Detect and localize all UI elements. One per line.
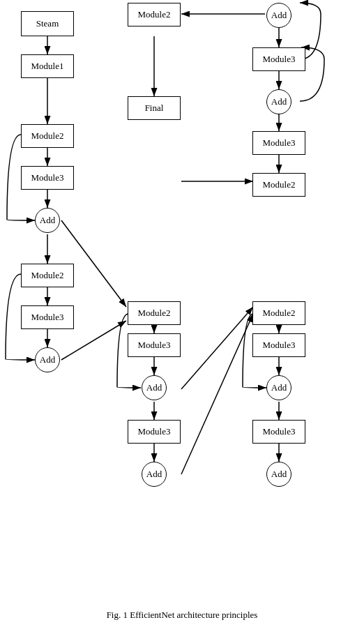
col3-add-top-node: Add bbox=[266, 3, 291, 28]
col3-module3-2-node: Module3 bbox=[252, 420, 305, 444]
col1-add2-node: Add bbox=[35, 347, 60, 372]
col3-module3-top-node: Module3 bbox=[252, 47, 305, 71]
svg-line-24 bbox=[181, 314, 253, 474]
col3-module2-1-node: Module2 bbox=[252, 301, 305, 325]
col3-module3-1-node: Module3 bbox=[252, 333, 305, 357]
col3-module2-mid-node: Module2 bbox=[252, 173, 305, 197]
steam-node: Steam bbox=[21, 11, 74, 36]
figure-caption: Fig. 1 EfficientNet architecture princip… bbox=[0, 610, 364, 628]
module1-node: Module1 bbox=[21, 54, 74, 78]
col3-add2-node: Add bbox=[266, 462, 291, 487]
col3-add-mid-node: Add bbox=[266, 89, 291, 114]
col1-add1-node: Add bbox=[35, 208, 60, 233]
svg-line-25 bbox=[181, 307, 253, 389]
col2-final-node: Final bbox=[128, 96, 181, 120]
col2-add1-node: Add bbox=[142, 375, 167, 400]
col2-module2-top-node: Module2 bbox=[128, 3, 181, 27]
col2-module3-2-node: Module3 bbox=[128, 420, 181, 444]
col2-module3-1-node: Module3 bbox=[128, 333, 181, 357]
col1-module3-2-node: Module3 bbox=[21, 305, 74, 329]
diagram: Steam Module1 Module2 Module3 Add Module… bbox=[0, 0, 364, 607]
col1-module2-2-node: Module2 bbox=[21, 264, 74, 287]
col1-module3-1-node: Module3 bbox=[21, 166, 74, 190]
col3-module3-mid-node: Module3 bbox=[252, 131, 305, 155]
col2-add2-node: Add bbox=[142, 462, 167, 487]
col2-module2-1-node: Module2 bbox=[128, 301, 181, 325]
arrows-layer bbox=[0, 0, 364, 607]
col1-module2-1-node: Module2 bbox=[21, 124, 74, 148]
col3-add1-node: Add bbox=[266, 375, 291, 400]
